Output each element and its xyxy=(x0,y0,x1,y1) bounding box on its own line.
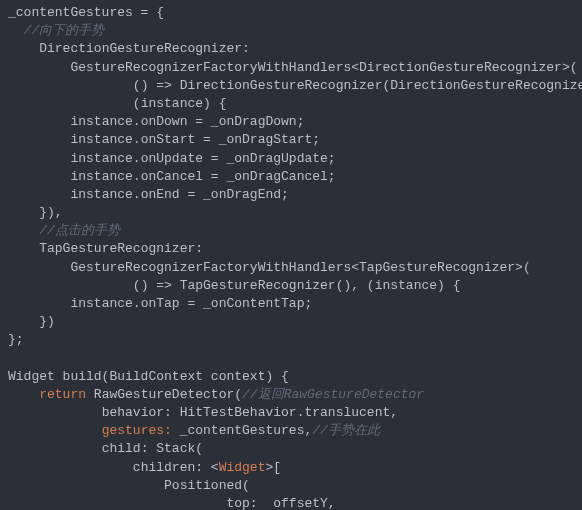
code-segment: children: < xyxy=(133,460,219,475)
code-segment: return xyxy=(39,387,86,402)
code-segment: instance.onDown = _onDragDown; xyxy=(70,114,304,129)
code-segment: }), xyxy=(39,205,62,220)
code-line: //点击的手势 xyxy=(8,222,582,240)
code-segment: RawGestureDetector( xyxy=(86,387,242,402)
code-line: return RawGestureDetector(//返回RawGesture… xyxy=(8,386,582,404)
code-line: instance.onStart = _onDragStart; xyxy=(8,131,582,149)
code-segment: gestures: xyxy=(102,423,172,438)
code-segment: behavior: HitTestBehavior.translucent, xyxy=(102,405,398,420)
code-segment: Widget xyxy=(219,460,266,475)
code-segment: Widget build(BuildContext context) { xyxy=(8,369,289,384)
code-line: instance.onUpdate = _onDragUpdate; xyxy=(8,150,582,168)
code-segment: //点击的手势 xyxy=(39,223,120,238)
code-segment: instance.onCancel = _onDragCancel; xyxy=(70,169,335,184)
code-line: instance.onDown = _onDragDown; xyxy=(8,113,582,131)
code-segment: instance.onTap = _onContentTap; xyxy=(70,296,312,311)
code-line: DirectionGestureRecognizer: xyxy=(8,40,582,58)
code-segment: //向下的手势 xyxy=(24,23,105,38)
code-segment: Positioned( xyxy=(164,478,250,493)
code-line: top: offsetY, xyxy=(8,495,582,510)
code-segment: DirectionGestureRecognizer: xyxy=(39,41,250,56)
code-line: gestures: _contentGestures,//手势在此 xyxy=(8,422,582,440)
code-editor[interactable]: _contentGestures = { //向下的手势 DirectionGe… xyxy=(0,4,582,510)
code-segment: top: offsetY, xyxy=(226,496,335,510)
code-segment: (instance) { xyxy=(133,96,227,111)
code-line: instance.onTap = _onContentTap; xyxy=(8,295,582,313)
code-line: () => TapGestureRecognizer(), (instance)… xyxy=(8,277,582,295)
code-line: instance.onCancel = _onDragCancel; xyxy=(8,168,582,186)
code-line: behavior: HitTestBehavior.translucent, xyxy=(8,404,582,422)
code-line: child: Stack( xyxy=(8,440,582,458)
code-segment: GestureRecognizerFactoryWithHandlers<Tap… xyxy=(70,260,530,275)
code-line: (instance) { xyxy=(8,95,582,113)
code-line: instance.onEnd = _onDragEnd; xyxy=(8,186,582,204)
code-segment: () => DirectionGestureRecognizer(Directi… xyxy=(133,78,582,93)
code-segment: //手势在此 xyxy=(312,423,380,438)
code-segment: TapGestureRecognizer: xyxy=(39,241,203,256)
code-line: _contentGestures = { xyxy=(8,4,582,22)
code-line: GestureRecognizerFactoryWithHandlers<Dir… xyxy=(8,59,582,77)
code-segment: () => TapGestureRecognizer(), (instance)… xyxy=(133,278,461,293)
code-segment: instance.onEnd = _onDragEnd; xyxy=(70,187,288,202)
code-line: }), xyxy=(8,204,582,222)
code-line: }; xyxy=(8,331,582,349)
code-segment: GestureRecognizerFactoryWithHandlers<Dir… xyxy=(70,60,577,75)
code-segment: child: Stack( xyxy=(102,441,203,456)
code-line: Positioned( xyxy=(8,477,582,495)
code-line: children: <Widget>[ xyxy=(8,459,582,477)
code-line: () => DirectionGestureRecognizer(Directi… xyxy=(8,77,582,95)
code-line: TapGestureRecognizer: xyxy=(8,240,582,258)
code-segment: >[ xyxy=(265,460,281,475)
code-segment: //返回RawGestureDetector xyxy=(242,387,424,402)
code-line: GestureRecognizerFactoryWithHandlers<Tap… xyxy=(8,259,582,277)
code-segment: _contentGestures, xyxy=(172,423,312,438)
code-line xyxy=(8,350,582,368)
code-segment: }; xyxy=(8,332,24,347)
code-segment: instance.onUpdate = _onDragUpdate; xyxy=(70,151,335,166)
code-line: Widget build(BuildContext context) { xyxy=(8,368,582,386)
code-segment: _contentGestures = { xyxy=(8,5,164,20)
code-segment: instance.onStart = _onDragStart; xyxy=(70,132,320,147)
code-line: }) xyxy=(8,313,582,331)
code-line: //向下的手势 xyxy=(8,22,582,40)
code-segment: }) xyxy=(39,314,55,329)
